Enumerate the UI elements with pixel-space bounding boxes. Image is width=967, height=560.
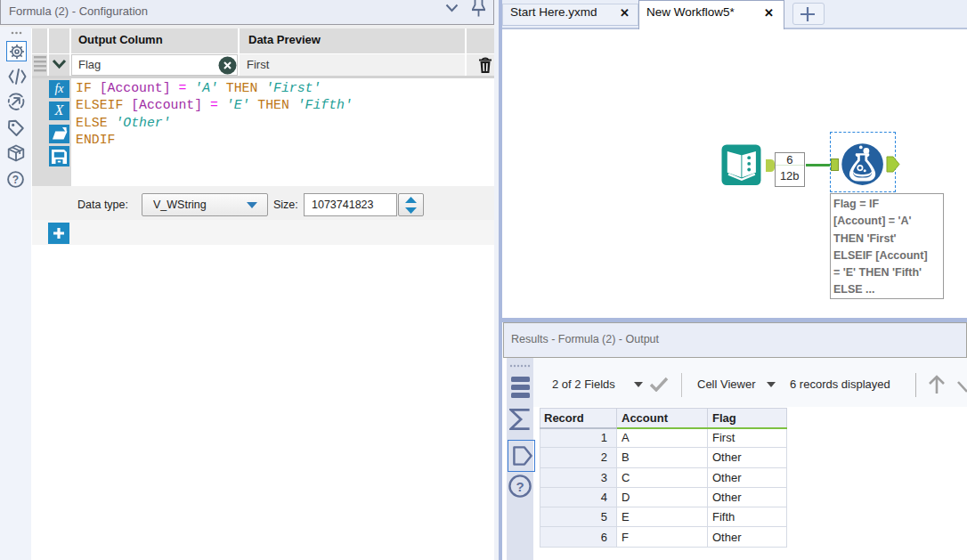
- svg-text:?: ?: [516, 479, 524, 494]
- svg-text:?: ?: [12, 174, 19, 186]
